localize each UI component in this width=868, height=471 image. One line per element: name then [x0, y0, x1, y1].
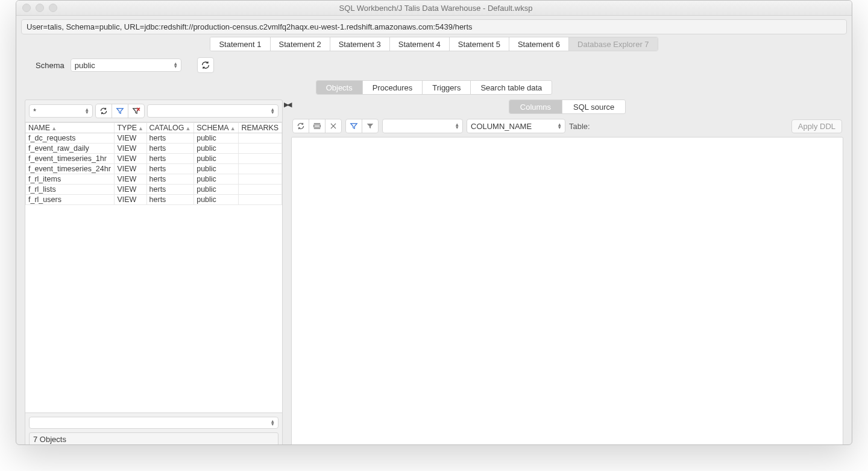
- chevron-updown-icon: ▴▾: [174, 62, 177, 68]
- objects-status: 7 Objects: [29, 432, 278, 445]
- objects-table[interactable]: NAME▲TYPE▲CATALOG▲SCHEMA▲REMARKS f_dc_re…: [25, 122, 282, 205]
- schema-select[interactable]: public ▴▾: [71, 58, 181, 72]
- tab-statement-5[interactable]: Statement 5: [450, 37, 509, 51]
- table-row[interactable]: f_event_timeseries_1hrVIEWhertspublic: [26, 154, 282, 164]
- table-row[interactable]: f_event_raw_dailyVIEWhertspublic: [26, 144, 282, 154]
- close-window-icon[interactable]: [22, 4, 31, 12]
- objects-toolbar: * ▴▾: [25, 100, 282, 122]
- close-icon: [329, 122, 338, 130]
- tab-database-explorer-7[interactable]: Database Explorer 7: [569, 37, 658, 51]
- subtab-triggers[interactable]: Triggers: [423, 81, 471, 94]
- svg-rect-0: [314, 125, 321, 127]
- schema-row: Schema public ▴▾: [16, 51, 852, 75]
- filter-columns-button[interactable]: [346, 119, 362, 133]
- delete-row-button[interactable]: [326, 119, 341, 133]
- objects-table-wrap: NAME▲TYPE▲CATALOG▲SCHEMA▲REMARKS f_dc_re…: [25, 122, 282, 413]
- table-row[interactable]: f_rl_itemsVIEWhertspublic: [26, 174, 282, 185]
- chevron-updown-icon: ▴▾: [271, 108, 274, 114]
- filter-objects-button[interactable]: [112, 104, 128, 118]
- zoom-window-icon[interactable]: [49, 4, 57, 12]
- titlebar: SQL Workbench/J Talis Data Warehouse - D…: [16, 1, 852, 16]
- chevron-updown-icon: ▴▾: [558, 123, 561, 129]
- tab-statement-1[interactable]: Statement 1: [210, 37, 270, 51]
- sort-field-select[interactable]: COLUMN_NAME ▴▾: [467, 119, 565, 133]
- tab-statement-2[interactable]: Statement 2: [271, 37, 330, 51]
- tab-statement-4[interactable]: Statement 4: [390, 37, 450, 51]
- filter-active-button[interactable]: [362, 119, 378, 133]
- table-row[interactable]: f_rl_listsVIEWhertspublic: [26, 185, 282, 195]
- insert-row-button[interactable]: [309, 119, 326, 133]
- details-tab-columns[interactable]: Columns: [509, 100, 562, 113]
- window-title: SQL Workbench/J Talis Data Warehouse - D…: [62, 4, 810, 13]
- column-header-schema[interactable]: SCHEMA▲: [194, 123, 239, 133]
- table-row[interactable]: f_rl_usersVIEWhertspublic: [26, 195, 282, 205]
- details-tabs: ColumnsSQL source: [509, 100, 626, 114]
- objects-tool-group: [95, 104, 145, 118]
- chevron-updown-icon: ▴▾: [271, 420, 274, 426]
- object-type-filter[interactable]: * ▴▾: [29, 104, 93, 118]
- object-search-combo[interactable]: ▴▾: [147, 104, 278, 118]
- splitter-handle-icon: ▶◀: [284, 101, 290, 109]
- tab-statement-6[interactable]: Statement 6: [509, 37, 569, 51]
- filter-icon: [116, 107, 124, 115]
- details-panel: ColumnsSQL source: [291, 100, 843, 445]
- chevron-updown-icon: ▴▾: [456, 123, 459, 129]
- window-controls: [22, 4, 57, 12]
- objects-panel: * ▴▾: [25, 100, 283, 445]
- filter-clear-icon: [132, 107, 140, 115]
- connection-info: User=talis, Schema=public, URL=jdbc:reds…: [21, 19, 847, 34]
- columns-grid[interactable]: [291, 137, 843, 445]
- refresh-icon: [99, 107, 108, 115]
- filter-solid-icon: [366, 122, 374, 130]
- schema-value: public: [75, 61, 95, 70]
- column-header-catalog[interactable]: CATALOG▲: [146, 123, 194, 133]
- column-header-remarks[interactable]: REMARKS: [239, 123, 282, 133]
- table-row[interactable]: f_dc_requestsVIEWhertspublic: [26, 133, 282, 144]
- explorer-subtabs: ObjectsProceduresTriggersSearch table da…: [316, 80, 553, 95]
- subtab-objects[interactable]: Objects: [316, 81, 363, 94]
- column-header-name[interactable]: NAME▲: [26, 123, 115, 133]
- minimize-window-icon[interactable]: [36, 4, 44, 12]
- details-tab-sql-source[interactable]: SQL source: [562, 100, 625, 113]
- clear-filter-button[interactable]: [128, 104, 144, 118]
- refresh-columns-button[interactable]: [293, 119, 309, 133]
- refresh-icon: [201, 60, 210, 70]
- refresh-objects-button[interactable]: [96, 104, 112, 118]
- vertical-splitter[interactable]: ▶◀: [283, 100, 291, 445]
- subtab-procedures[interactable]: Procedures: [363, 81, 423, 94]
- main-tabs: Statement 1Statement 2Statement 3Stateme…: [210, 37, 658, 51]
- app-window: SQL Workbench/J Talis Data Warehouse - D…: [16, 0, 852, 445]
- subtab-search-table-data[interactable]: Search table data: [471, 81, 552, 94]
- refresh-icon: [297, 122, 305, 130]
- insert-row-icon: [313, 122, 321, 130]
- tab-statement-3[interactable]: Statement 3: [330, 37, 390, 51]
- apply-ddl-button[interactable]: Apply DDL: [791, 119, 842, 133]
- details-toolbar: ▴▾ COLUMN_NAME ▴▾ Table: Apply DDL: [291, 114, 843, 137]
- refresh-schema-button[interactable]: [197, 57, 214, 73]
- schema-label: Schema: [36, 61, 64, 70]
- objects-bottom-combo[interactable]: ▴▾: [29, 417, 278, 429]
- chevron-updown-icon: ▴▾: [86, 108, 89, 114]
- filter-icon: [350, 122, 358, 130]
- table-row[interactable]: f_event_timeseries_24hrVIEWhertspublic: [26, 164, 282, 174]
- column-header-type[interactable]: TYPE▲: [115, 123, 146, 133]
- sort-field-value: COLUMN_NAME: [471, 122, 532, 131]
- details-filter-combo[interactable]: ▴▾: [382, 119, 463, 133]
- object-filter-value: *: [33, 107, 36, 116]
- table-label: Table:: [569, 122, 590, 131]
